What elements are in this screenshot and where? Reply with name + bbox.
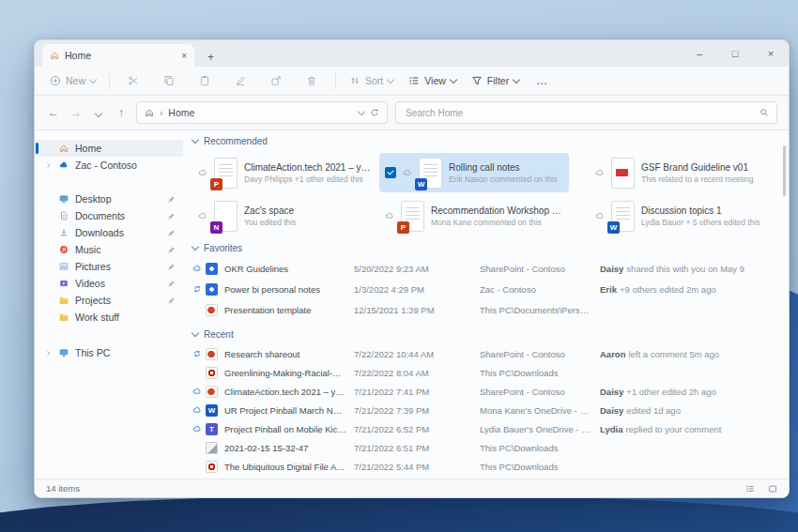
scrollbar-thumb[interactable]	[783, 145, 786, 196]
file-row-ubiquitous-digital-file[interactable]: The Ubiquitous Digital File A Review o..…	[192, 457, 777, 476]
wallpaper-bottom-band	[0, 496, 798, 532]
file-card-climateaction[interactable]: P ClimateAction.tech 2021 – year in... D…	[192, 153, 379, 192]
file-card-gsf-brand-guideline[interactable]: GSF Brand Guideline v01 This related to …	[590, 153, 777, 192]
sidebar-item-label: Music	[75, 244, 161, 255]
refresh-icon[interactable]	[370, 108, 379, 117]
close-button[interactable]: ×	[753, 48, 789, 59]
file-name: Power bi personal notes	[224, 284, 354, 295]
details-view-toggle[interactable]	[745, 484, 755, 494]
filter-button[interactable]: Filter	[468, 75, 523, 86]
cloud-status-icon	[385, 211, 394, 220]
file-location: Lydia Bauer's OneDrive - Contoso	[480, 424, 600, 434]
sidebar-spacer	[35, 326, 183, 344]
card-title: Zac's space	[244, 205, 296, 216]
word-badge-icon: W	[607, 221, 620, 234]
plus-circle-icon	[50, 75, 61, 86]
section-header-recommended[interactable]: Recommended	[192, 134, 777, 147]
file-activity: Daisy+1 other edited 2h ago	[600, 387, 777, 397]
sidebar-item-videos[interactable]: Videos	[35, 275, 183, 292]
file-date-modified: 7/22/2022 8:04 AM	[354, 368, 480, 378]
file-row-power-bi-notes[interactable]: Power bi personal notes 1/3/2022 4:29 PM…	[192, 279, 777, 299]
file-location: This PC\Downloads	[480, 462, 600, 472]
back-button[interactable]: ←	[46, 106, 61, 119]
sidebar-item-projects[interactable]: Projects	[35, 292, 183, 309]
file-name: UR Project Pinball March Notes	[224, 405, 354, 416]
cut-button[interactable]	[119, 75, 147, 86]
sidebar-item-desktop[interactable]: Desktop	[35, 190, 183, 207]
file-row-project-pinball-kickoff[interactable]: T Project Pinball on Mobile KickOff 7/21…	[192, 419, 777, 438]
sidebar-item-this-pc[interactable]: This PC	[35, 344, 183, 361]
file-row-screenshot-2021[interactable]: 2021-02-15 15-32-47 7/21/2022 6:51 PM Th…	[192, 438, 777, 457]
file-card-recommendation-workshop[interactable]: P Recommendation Workshop Content Mona K…	[379, 196, 569, 236]
new-button-label: New	[66, 75, 85, 86]
section-header-recent[interactable]: Recent	[192, 327, 777, 341]
word-badge-icon: W	[415, 178, 427, 190]
file-name: Presentation template	[224, 305, 354, 315]
sidebar-item-label: Work stuff	[75, 312, 176, 323]
teams-file-icon: T	[206, 423, 218, 435]
file-row-research-shareout[interactable]: Research shareout 7/22/2022 10:44 AM Sha…	[192, 344, 777, 363]
large-thumbnails-view-toggle[interactable]	[768, 484, 777, 494]
file-row-climateaction-review[interactable]: ClimateAction.tech 2021 – year in review…	[192, 382, 777, 401]
chevron-right-icon[interactable]	[44, 161, 53, 170]
new-tab-button[interactable]: +	[207, 52, 214, 63]
file-row-presentation-template[interactable]: Presentation template 12/15/2021 1:39 PM…	[192, 299, 777, 320]
breadcrumb-bar[interactable]: › Home	[136, 101, 388, 124]
file-thumbnail: N	[214, 201, 238, 232]
file-location: This PC\Downloads	[480, 443, 600, 453]
section-header-favorites[interactable]: Favorites	[192, 241, 777, 254]
maximize-button[interactable]: □	[717, 48, 753, 59]
sidebar-item-work-stuff[interactable]: Work stuff	[35, 309, 183, 326]
share-button[interactable]	[262, 75, 290, 86]
search-icon[interactable]	[760, 108, 769, 117]
cloud-status-icon	[403, 168, 412, 177]
tab-home[interactable]: Home ×	[42, 44, 194, 67]
file-location: SharePoint - Contoso	[480, 264, 600, 274]
checkbox-checked-icon[interactable]	[385, 167, 396, 178]
sidebar-item-label: Projects	[75, 295, 161, 306]
sidebar-item-music[interactable]: Music	[35, 241, 183, 258]
sidebar-item-downloads[interactable]: Downloads	[35, 224, 183, 241]
rename-button[interactable]	[226, 75, 254, 86]
cloud-status-icon	[198, 211, 207, 220]
new-button[interactable]: New	[46, 75, 100, 86]
file-activity	[600, 443, 777, 453]
card-subtitle: Mona Kane commented on this	[431, 218, 563, 227]
view-button[interactable]: View	[405, 75, 460, 86]
navigation-pane: Home Zac - Contoso Desktop Documents	[35, 130, 183, 479]
search-input[interactable]	[404, 107, 754, 119]
file-card-rolling-call-notes-selected[interactable]: W Rolling call notes Erik Nason commente…	[379, 153, 569, 192]
vertical-scrollbar[interactable]	[779, 130, 789, 479]
tab-title: Home	[65, 50, 176, 61]
recent-locations-button[interactable]	[91, 106, 106, 119]
tab-close-icon[interactable]: ×	[181, 51, 187, 61]
address-bar-row: ← → ↑ › Home	[35, 96, 789, 130]
delete-button[interactable]	[298, 75, 326, 86]
file-card-zacs-space[interactable]: N Zac's space You edited this	[192, 196, 379, 236]
sort-button[interactable]: Sort	[345, 75, 397, 86]
see-more-button[interactable]: …	[530, 74, 554, 87]
minimize-button[interactable]: –	[682, 48, 717, 59]
file-thumbnail: W	[611, 201, 635, 232]
word-file-icon: W	[206, 404, 218, 417]
sidebar-item-pictures[interactable]: Pictures	[35, 258, 183, 275]
sidebar-item-documents[interactable]: Documents	[35, 207, 183, 224]
search-box[interactable]	[395, 101, 777, 124]
breadcrumb-item-home[interactable]: Home	[168, 107, 194, 118]
sidebar-item-onedrive-zac[interactable]: Zac - Contoso	[35, 157, 183, 174]
up-button[interactable]: ↑	[114, 106, 129, 119]
file-row-ur-project-pinball[interactable]: W UR Project Pinball March Notes 7/21/20…	[192, 401, 777, 419]
chevron-down-icon	[192, 242, 199, 250]
desktop-icon	[59, 194, 69, 204]
file-card-discussion-topics[interactable]: W Discussion topics 1 Lydia Bauer + 5 ot…	[590, 196, 777, 236]
forward-button[interactable]: →	[69, 106, 84, 119]
chevron-down-icon[interactable]	[358, 107, 365, 114]
paste-button[interactable]	[191, 75, 219, 86]
file-row-okr-guidelines[interactable]: OKR Guidelines 5/20/2022 9:23 AM SharePo…	[192, 258, 777, 279]
file-row-greenlining[interactable]: Greenlining-Making-Racial-Equity-Rea... …	[192, 363, 777, 382]
file-activity	[600, 368, 777, 378]
sidebar-item-home[interactable]: Home	[35, 140, 183, 157]
chevron-right-icon[interactable]	[44, 349, 53, 357]
copy-button[interactable]	[155, 75, 183, 86]
video-camera-icon	[616, 169, 628, 176]
